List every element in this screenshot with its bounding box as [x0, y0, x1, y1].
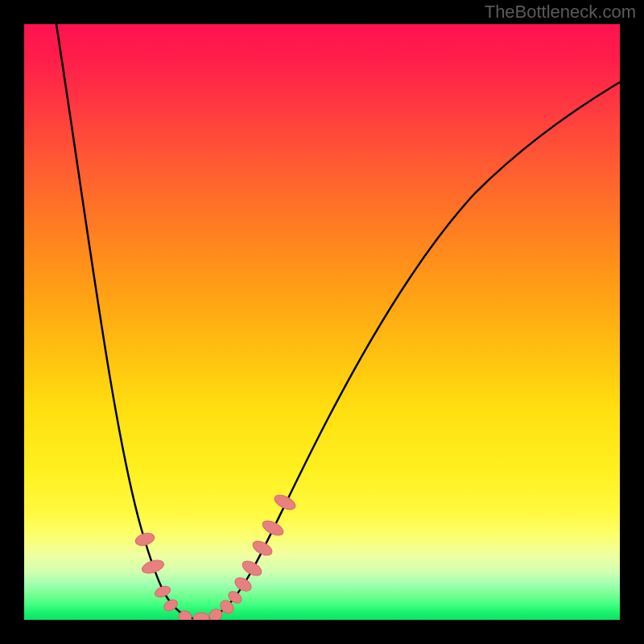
- attribution-text: TheBottleneck.com: [485, 2, 636, 23]
- data-marker: [193, 613, 209, 620]
- bottleneck-curve: [56, 24, 620, 619]
- data-marker: [233, 575, 254, 594]
- data-marker: [134, 531, 155, 548]
- data-marker: [272, 492, 297, 512]
- data-marker: [162, 597, 180, 613]
- plot-area: [24, 24, 620, 620]
- data-markers: [134, 492, 297, 620]
- data-marker: [250, 539, 275, 559]
- data-marker: [153, 584, 171, 600]
- data-marker: [141, 558, 166, 576]
- data-marker: [260, 518, 285, 539]
- data-marker: [240, 558, 264, 578]
- chart-svg: [24, 24, 620, 620]
